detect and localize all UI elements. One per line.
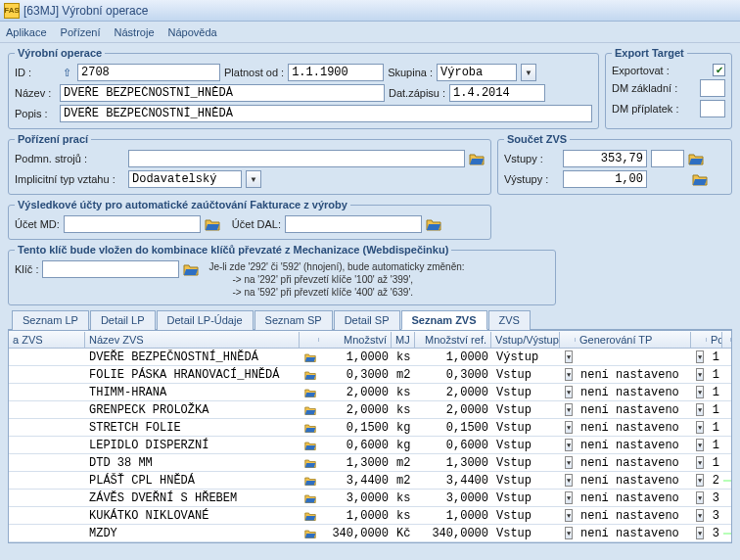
- gen-dropdown[interactable]: ▼: [692, 350, 708, 364]
- vv-dropdown[interactable]: ▼: [561, 508, 577, 523]
- vv-dropdown[interactable]: ▼: [561, 473, 577, 488]
- row-mj: ks: [393, 490, 416, 506]
- datzap-field[interactable]: [449, 84, 545, 102]
- gen-dropdown[interactable]: ▼: [692, 490, 708, 505]
- vv-dropdown[interactable]: ▼: [561, 367, 577, 382]
- vstupy-field[interactable]: [563, 150, 647, 167]
- gen-dropdown[interactable]: ▼: [692, 455, 708, 470]
- table-row[interactable]: THIMM-HRANA2,0000ks2,0000Vstup▼není nast…: [9, 384, 731, 401]
- tab-detail-sp[interactable]: Detail SP: [334, 310, 400, 330]
- popis-field[interactable]: [60, 105, 592, 122]
- gen-dropdown[interactable]: ▼: [692, 438, 708, 452]
- table-row[interactable]: GRENPECK PROLOŽKA2,0000ks2,0000Vstup▼nen…: [9, 401, 731, 419]
- col-generovani[interactable]: Generování TP: [576, 332, 691, 348]
- vv-dropdown[interactable]: ▼: [561, 455, 577, 470]
- arrow-up-icon[interactable]: ⇧: [60, 66, 73, 79]
- tab-zvs[interactable]: ZVS: [488, 310, 531, 330]
- skupina-dropdown[interactable]: ▼: [521, 64, 536, 81]
- row-por: 3: [708, 508, 723, 524]
- row-gen: [577, 356, 692, 358]
- folder-icon[interactable]: [301, 438, 320, 453]
- gen-dropdown[interactable]: ▼: [692, 367, 708, 382]
- folder-icon[interactable]: [183, 262, 199, 276]
- vstupy-unit[interactable]: [651, 150, 684, 167]
- folder-icon[interactable]: [301, 420, 320, 436]
- tab-detail-lp[interactable]: Detail LP: [90, 310, 156, 330]
- gen-dropdown[interactable]: ▼: [692, 385, 708, 399]
- id-field[interactable]: [77, 64, 220, 81]
- skupina-field[interactable]: [437, 64, 517, 81]
- col-mnozstvi[interactable]: Množství: [319, 332, 392, 348]
- col-ref[interactable]: Množství ref.: [415, 332, 491, 348]
- row-mnozstvi: 3,4400: [320, 473, 393, 489]
- folder-icon[interactable]: [301, 526, 320, 541]
- row-por: 3: [708, 526, 723, 541]
- folder-icon[interactable]: [301, 367, 320, 383]
- nazev-field[interactable]: [60, 84, 385, 102]
- vv-dropdown[interactable]: ▼: [561, 402, 577, 417]
- ucty-panel: Výsledkové účty pro automatické zaúčtová…: [8, 199, 491, 240]
- row-mj: m2: [393, 455, 416, 471]
- menu-napoveda[interactable]: Nápověda: [168, 26, 217, 38]
- table-row[interactable]: ZÁVĚS DVEŘNÍ S HŘEBEM3,0000ks3,0000Vstup…: [9, 490, 731, 507]
- folder-icon[interactable]: [426, 217, 441, 231]
- folder-icon[interactable]: [301, 473, 320, 489]
- gen-dropdown[interactable]: ▼: [692, 508, 708, 523]
- vv-dropdown[interactable]: ▼: [561, 385, 577, 399]
- implicit-field[interactable]: [128, 170, 242, 188]
- table-row[interactable]: PLÁŠŤ CPL HNĚDÁ3,4400m23,4400Vstup▼není …: [9, 472, 731, 490]
- folder-icon[interactable]: [301, 508, 320, 524]
- table-row[interactable]: STRETCH FOLIE0,1500kg0,1500Vstup▼není na…: [9, 419, 731, 437]
- platnost-field[interactable]: [288, 64, 384, 81]
- ucet-md-field[interactable]: [64, 215, 201, 233]
- gen-dropdown[interactable]: ▼: [692, 526, 708, 540]
- row-vv: Vstup: [492, 473, 561, 489]
- vv-dropdown[interactable]: ▼: [561, 438, 577, 452]
- table-row[interactable]: MZDY340,0000Kč340,0000Vstup▼není nastave…: [9, 525, 731, 542]
- vv-dropdown[interactable]: ▼: [561, 526, 577, 540]
- col-nazev[interactable]: Název ZVS: [85, 332, 300, 348]
- folder-icon[interactable]: [301, 490, 320, 506]
- exportovat-checkbox[interactable]: ✔: [713, 64, 725, 76]
- klic-field[interactable]: [42, 260, 179, 278]
- table-row[interactable]: KUKÁTKO NIKLOVANÉ1,0000ks1,0000Vstup▼nen…: [9, 507, 731, 525]
- table-row[interactable]: DTD 38 MM1,3000m21,3000Vstup▼není nastav…: [9, 454, 731, 472]
- podmn-field[interactable]: [128, 150, 465, 167]
- col-folder[interactable]: [300, 338, 319, 342]
- folder-icon[interactable]: [205, 217, 220, 231]
- table-row[interactable]: LEPIDLO DISPERZNÍ0,6000kg0,6000Vstup▼nen…: [9, 437, 731, 454]
- vv-dropdown[interactable]: ▼: [561, 350, 577, 364]
- gen-dropdown[interactable]: ▼: [692, 420, 708, 435]
- vv-dropdown[interactable]: ▼: [561, 420, 577, 435]
- vystupy-field[interactable]: [563, 170, 647, 188]
- gen-dropdown[interactable]: ▼: [692, 473, 708, 488]
- tab-seznam-sp[interactable]: Seznam SP: [254, 310, 333, 330]
- folder-icon[interactable]: [301, 350, 320, 365]
- tab-detail-lp-udaje[interactable]: Detail LP-Údaje: [157, 310, 254, 330]
- col-por[interactable]: Poř.: [707, 332, 722, 348]
- menu-porizeni[interactable]: Pořízení: [61, 26, 101, 38]
- folder-icon[interactable]: [688, 152, 704, 165]
- row-gen: není nastaveno: [577, 473, 692, 489]
- folder-icon[interactable]: [301, 385, 320, 400]
- table-row[interactable]: DVEŘE BEZPEČNOSTNÍ_HNĚDÁ1,0000ks1,0000Vý…: [9, 349, 731, 366]
- vv-dropdown[interactable]: ▼: [561, 490, 577, 505]
- menu-aplikace[interactable]: Aplikace: [6, 26, 47, 38]
- row-ref: 0,3000: [416, 367, 492, 383]
- folder-icon[interactable]: [469, 152, 485, 165]
- menu-nastroje[interactable]: Nástroje: [115, 26, 155, 38]
- col-vstup-vystup[interactable]: Vstup/Výstup: [491, 332, 560, 348]
- folder-icon[interactable]: [301, 455, 320, 471]
- gen-dropdown[interactable]: ▼: [692, 402, 708, 417]
- dm-zakladni-field[interactable]: [700, 79, 725, 97]
- col-zvs[interactable]: a ZVS: [9, 332, 85, 348]
- tab-seznam-zvs[interactable]: Seznam ZVS: [401, 310, 487, 330]
- folder-icon[interactable]: [301, 402, 320, 418]
- col-mj[interactable]: MJ: [392, 332, 415, 348]
- dm-priplatek-field[interactable]: [700, 100, 725, 117]
- ucet-dal-field[interactable]: [285, 215, 422, 233]
- table-row[interactable]: FOLIE PÁSKA HRANOVACÍ_HNĚDÁ0,3000m20,300…: [9, 366, 731, 384]
- folder-icon[interactable]: [692, 172, 708, 186]
- implicit-dropdown[interactable]: ▼: [246, 170, 261, 188]
- tab-seznam-lp[interactable]: Seznam LP: [12, 310, 89, 330]
